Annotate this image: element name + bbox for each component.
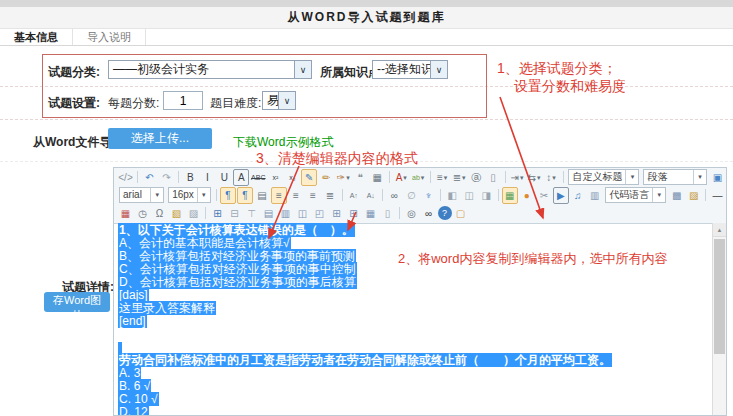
template-icon[interactable]: ▨ (686, 187, 702, 204)
download-word-sample-link[interactable]: 下载Word示例格式 (233, 134, 333, 151)
paragraph-select[interactable]: 段落▾ (643, 169, 707, 185)
image-left-icon[interactable]: ◧ (444, 187, 460, 204)
image-inline-icon[interactable]: ◫ (461, 187, 477, 204)
code-language-select-value: 代码语言 (606, 188, 652, 202)
insert-col-icon[interactable]: ▥ (278, 205, 294, 222)
editor-scrollbar[interactable]: ▲ (712, 223, 726, 415)
font-family-select[interactable]: arial▾ (119, 187, 164, 203)
chevron-down-icon[interactable]: ▾ (625, 170, 638, 184)
undo-icon[interactable]: ↶ (141, 169, 157, 186)
insert-date-icon[interactable]: ▦ (118, 205, 134, 222)
difficulty-select[interactable]: 易 ∨ (262, 91, 296, 110)
text-border-icon[interactable]: A (233, 169, 249, 186)
letter-spacing-increase-icon[interactable]: A↑ (346, 187, 362, 204)
merge-cells-icon[interactable]: ◫ (295, 205, 311, 222)
image-note-icon[interactable]: ▧ (169, 205, 185, 222)
insert-chart-icon[interactable]: ▥ (587, 187, 603, 204)
map-icon[interactable]: ▨ (186, 205, 202, 222)
scrawl-icon[interactable]: ● (519, 187, 535, 204)
upload-button[interactable]: 选择上传... (108, 128, 212, 149)
paragraph-ltr-icon[interactable]: ¶ (220, 187, 236, 204)
scroll-up-icon[interactable]: ▲ (713, 223, 726, 237)
chevron-down-icon[interactable]: ▾ (197, 188, 210, 202)
text-indent-icon[interactable]: ▤ (254, 187, 270, 204)
help-icon[interactable]: ? (438, 206, 452, 220)
tab-basic-info[interactable]: 基本信息 (0, 29, 73, 45)
search-icon[interactable]: ◎ (404, 205, 420, 222)
scrollbar-thumb[interactable] (714, 239, 725, 354)
font-size-select[interactable]: 16px▾ (168, 187, 211, 203)
bold-icon[interactable]: B (182, 169, 198, 186)
knowledge-point-select[interactable]: --选择知识点-- ∨ (372, 60, 448, 79)
horizontal-rule-icon[interactable]: — (710, 187, 726, 204)
clipboard-icon[interactable]: ▢ (453, 205, 469, 222)
insert-video-icon[interactable]: ▶ (553, 187, 569, 204)
chevron-down-icon: ▾ (537, 170, 541, 185)
link-icon[interactable]: ∞ (386, 187, 402, 204)
letter-spacing-decrease-icon[interactable]: A↓ (363, 187, 379, 204)
align-center-icon[interactable]: ≡ (288, 187, 304, 204)
special-char-icon[interactable]: Ω (152, 205, 168, 222)
html-source-icon[interactable]: </> (118, 169, 134, 186)
paragraph-rtl-icon[interactable]: ¶ (237, 187, 253, 204)
redo-icon[interactable]: ↷ (158, 169, 174, 186)
align-left-icon[interactable]: ≡ (271, 187, 287, 204)
insert-image-icon[interactable]: ▦ (502, 187, 518, 204)
fullscreen-icon[interactable]: ▣ (710, 169, 726, 186)
spacing-dropdown-icon[interactable]: ⇆▾ (526, 169, 542, 186)
auto-typeset-icon[interactable]: ⓐ (468, 169, 484, 186)
chevron-down-icon[interactable]: ∨ (278, 92, 295, 109)
table-header-icon[interactable]: ⊤ (244, 205, 260, 222)
align-justify-icon[interactable]: ≣ (322, 187, 338, 204)
insert-col-right-icon[interactable]: ⊞ (346, 205, 362, 222)
custom-title-select[interactable]: 自定义标题▾ (568, 169, 639, 185)
anchor-icon[interactable]: ♆ (420, 187, 436, 204)
underline-icon[interactable]: U (216, 169, 232, 186)
screenshot-icon[interactable]: ✂ (536, 187, 552, 204)
selected-text: 这里录入答案解释 (118, 301, 216, 315)
line-height-icon[interactable]: ↕▾ (543, 169, 559, 186)
italic-icon[interactable]: I (199, 169, 215, 186)
toolbar-separator (705, 189, 706, 201)
page-break-icon[interactable]: ▯ (380, 205, 396, 222)
insert-row-below-icon[interactable]: ⊞ (329, 205, 345, 222)
annotation-1: 1、选择试题分类； 设置分数和难易度 (497, 59, 626, 95)
chevron-down-icon[interactable]: ∨ (430, 61, 447, 78)
indent-dropdown-icon[interactable]: ⇥▾ (509, 169, 525, 186)
insert-code-icon[interactable]: ▩ (669, 187, 685, 204)
insert-row-icon[interactable]: ▤ (261, 205, 277, 222)
chevron-down-icon[interactable]: ▾ (652, 188, 665, 202)
ordered-list-icon[interactable]: ≡▾ (434, 169, 450, 186)
insert-table-icon[interactable]: ⊞ (210, 205, 226, 222)
delete-table-icon[interactable]: ⊟ (227, 205, 243, 222)
insert-music-icon[interactable]: ♫ (570, 187, 586, 204)
format-eraser-icon[interactable]: ✎ (301, 169, 317, 186)
insert-time-icon[interactable]: ◷ (135, 205, 151, 222)
font-color-icon[interactable]: A▾ (393, 169, 409, 186)
category-select[interactable]: ——初级会计实务 ∨ (108, 60, 312, 79)
superscript-icon[interactable]: x² (267, 169, 283, 186)
save-word-images-button[interactable]: 存Word图片 (44, 292, 110, 312)
chevron-down-icon[interactable]: ▾ (150, 188, 163, 202)
split-cell-icon[interactable]: ◰ (312, 205, 328, 222)
format-brush-icon[interactable]: ✏ (318, 169, 334, 186)
table-style-icon[interactable]: ▦ (363, 205, 379, 222)
highlight-color-icon[interactable]: ab▾ (410, 169, 426, 186)
find-replace-icon[interactable]: ∞ (421, 205, 437, 222)
chevron-down-icon[interactable]: ▾ (693, 170, 706, 184)
align-right-icon[interactable]: ≡ (305, 187, 321, 204)
score-input[interactable] (163, 91, 203, 110)
strikethrough-icon[interactable]: ABC (250, 169, 266, 186)
table-text-icon[interactable]: ▦ (369, 169, 385, 186)
code-language-select[interactable]: 代码语言▾ (605, 187, 666, 203)
image-right-icon[interactable]: ◨ (478, 187, 494, 204)
chevron-down-icon[interactable]: ∨ (294, 61, 311, 78)
new-doc-icon[interactable]: ▯ (485, 169, 501, 186)
subscript-icon[interactable]: x₂ (284, 169, 300, 186)
unlink-icon[interactable]: ∅ (403, 187, 419, 204)
selected-text: A、会计的基本职能是会计核算√ (118, 236, 291, 250)
tab-import-instructions[interactable]: 导入说明 (73, 29, 146, 45)
paint-format-icon[interactable]: ✑▾ (335, 169, 351, 186)
unordered-list-icon[interactable]: ≣▾ (451, 169, 467, 186)
blockquote-icon[interactable]: ❝ (352, 169, 368, 186)
